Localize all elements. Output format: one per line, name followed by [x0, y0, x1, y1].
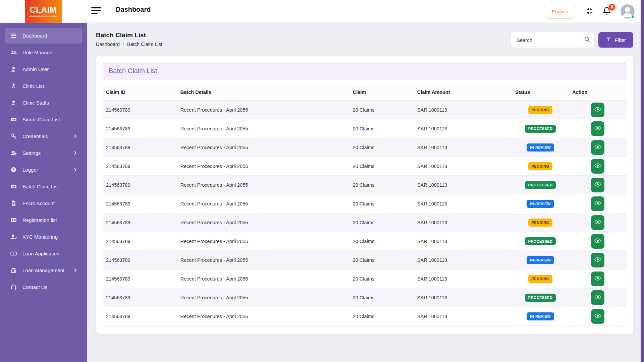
- eye-icon: [594, 124, 601, 133]
- cell-batch-details: Recent Procedures - April 2055: [177, 288, 350, 307]
- view-button[interactable]: [591, 253, 604, 267]
- logo[interactable]: CLAIM Unlocking Health, Funding Care: [25, 0, 62, 23]
- eye-icon: [594, 162, 601, 170]
- search-input[interactable]: [516, 37, 584, 43]
- sidebar-item-label: Dashboard: [22, 33, 47, 39]
- filter-button[interactable]: Filter: [598, 32, 633, 48]
- scrollbar-thumb[interactable]: [641, 0, 644, 362]
- sidebar-item-label: Loan Application: [22, 251, 59, 256]
- notifications-button[interactable]: 0: [602, 7, 611, 16]
- sidebar-item-batch-claim-list[interactable]: $Batch Claim List: [5, 179, 83, 194]
- status-badge: IN-REVIEW: [527, 143, 554, 152]
- user-menu-button[interactable]: [621, 4, 635, 18]
- scrollbar[interactable]: [641, 0, 644, 362]
- cell-batch-details: Recent Procedures - April 2055: [177, 176, 350, 194]
- cell-claim: 20 Claims: [350, 101, 414, 119]
- sidebar-item-dashboard[interactable]: Dashboard: [5, 28, 83, 44]
- view-button[interactable]: [591, 309, 604, 324]
- sidebar-item-loan-application[interactable]: $Loan Application: [5, 246, 83, 261]
- sidebar-item-clinic-staffs[interactable]: Clinic Staffs: [5, 95, 83, 111]
- cell-batch-details: Recent Procedures - April 2055: [177, 157, 350, 176]
- cell-claim-id: 214563789: [103, 119, 177, 138]
- cell-action: [569, 288, 627, 307]
- cell-claim: 20 Claims: [350, 213, 414, 232]
- cell-action: [569, 176, 627, 194]
- cell-status: PROCESSED: [512, 176, 569, 194]
- sidebar-item-label: Contact Us: [22, 284, 47, 290]
- bars-icon: [9, 32, 17, 39]
- user-icon: [9, 66, 17, 73]
- search-icon[interactable]: [584, 36, 590, 44]
- page-header-title: Dashboard: [116, 6, 151, 13]
- fullscreen-button[interactable]: [586, 7, 593, 16]
- logo-text: CLAIM: [30, 6, 57, 14]
- cell-batch-details: Recent Procedures - April 2055: [177, 251, 350, 269]
- sidebar-item-escro-account[interactable]: Escro Account: [5, 195, 83, 211]
- cell-action: [569, 251, 627, 269]
- sidebar-nav: DashboardRole ManagerAdmin UserClinic Li…: [0, 28, 87, 295]
- cell-status: IN-REVIEW: [512, 251, 569, 269]
- sidebar-item-label: Role Manager: [22, 50, 54, 55]
- sidebar-item-clinic-list[interactable]: Clinic List: [5, 78, 83, 94]
- chevron-right-icon: [73, 150, 78, 156]
- eye-icon: [594, 199, 601, 208]
- table-row: 214563789Recent Procedures - April 20552…: [103, 307, 627, 326]
- sidebar-item-label: Credentials: [22, 133, 48, 139]
- cell-claim-id: 214563789: [103, 307, 177, 326]
- file-invoice-icon: [9, 200, 17, 207]
- filter-button-label: Filter: [615, 37, 626, 43]
- sidebar-item-credentials[interactable]: Credentials: [5, 128, 83, 144]
- cell-status: PROCESSED: [512, 288, 569, 307]
- eye-icon: [594, 293, 601, 302]
- view-button[interactable]: [591, 121, 604, 136]
- cell-claim-amount: SAR 1000113: [414, 307, 512, 326]
- sidebar-item-registration-list[interactable]: Registration list: [5, 212, 83, 228]
- menu-icon: [91, 7, 101, 8]
- cell-batch-details: Recent Procedures - April 2055: [177, 119, 350, 138]
- eye-icon: [594, 143, 601, 152]
- table-row: 214563789Recent Procedures - April 20552…: [103, 232, 627, 251]
- cell-batch-details: Recent Procedures - April 2055: [177, 269, 350, 288]
- breadcrumb-dashboard-link[interactable]: Dashboard: [96, 42, 120, 47]
- sidebar-item-settings[interactable]: Settings: [5, 145, 83, 161]
- status-badge: IN-REVIEW: [527, 200, 554, 208]
- cell-action: [569, 307, 627, 326]
- status-badge: PENDING: [528, 162, 553, 170]
- sidebar-item-contact-us[interactable]: Contact Us: [5, 279, 83, 295]
- language-button[interactable]: English: [544, 5, 576, 18]
- users-icon: [9, 49, 17, 56]
- sidebar-item-logger[interactable]: Logger: [5, 162, 83, 178]
- sidebar-item-role-manager[interactable]: Role Manager: [5, 45, 83, 60]
- cell-batch-details: Recent Procedures - April 2055: [177, 138, 350, 157]
- status-badge: PROCESSED: [525, 125, 556, 133]
- status-badge: PENDING: [528, 275, 553, 283]
- view-button[interactable]: [591, 215, 604, 230]
- view-button[interactable]: [591, 140, 604, 155]
- sidebar-item-single-claim-list[interactable]: $Single Claim List: [5, 112, 83, 127]
- cell-status: PENDING: [512, 157, 569, 176]
- sidebar-item-label: Batch Claim List: [22, 184, 59, 189]
- view-button[interactable]: [591, 272, 604, 286]
- table-body: 214563789Recent Procedures - April 20552…: [103, 101, 627, 326]
- sidebar-item-label: Clinic List: [22, 83, 44, 89]
- bank-icon: [9, 267, 17, 274]
- cell-claim-id: 214563789: [103, 288, 177, 307]
- view-button[interactable]: [591, 178, 604, 192]
- table-row: 214563789Recent Procedures - April 20552…: [103, 269, 627, 288]
- cell-claim-id: 214563789: [103, 213, 177, 232]
- view-button[interactable]: [591, 234, 604, 249]
- view-button[interactable]: [591, 290, 604, 305]
- cell-batch-details: Recent Procedures - April 2055: [177, 213, 350, 232]
- sidebar-item-loan-management[interactable]: Loan Management: [5, 262, 83, 278]
- sidebar-item-kyc-monitoring[interactable]: KYC Monitoring: [5, 229, 83, 245]
- menu-toggle-button[interactable]: [91, 7, 101, 14]
- view-button[interactable]: [591, 103, 604, 117]
- view-button[interactable]: [591, 196, 604, 211]
- table-row: 214563789Recent Procedures - April 20552…: [103, 288, 627, 307]
- sidebar-item-admin-user[interactable]: Admin User: [5, 61, 83, 77]
- cell-claim: 20 Claims: [350, 119, 414, 138]
- chevron-right-icon: [73, 167, 78, 172]
- cell-action: [569, 138, 627, 157]
- view-button[interactable]: [591, 159, 604, 174]
- cell-claim-id: 214563789: [103, 138, 177, 157]
